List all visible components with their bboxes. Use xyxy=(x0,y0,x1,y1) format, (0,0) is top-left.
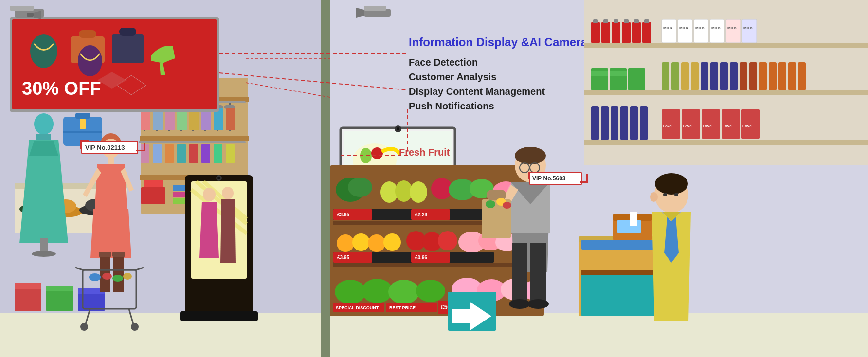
screen-male-body xyxy=(220,199,236,263)
shelf-item-2 xyxy=(141,187,165,204)
milk-label-1: MILK xyxy=(663,26,673,30)
mannequin-head xyxy=(34,113,54,135)
cart-wheel-left xyxy=(80,323,88,331)
vip-r-br-v xyxy=(586,174,588,183)
wine-red-1 xyxy=(740,62,747,90)
shirt-r2-2 xyxy=(153,144,162,163)
shirt-r2-3 xyxy=(165,144,174,163)
cart-item-1 xyxy=(89,273,101,281)
box-red-top xyxy=(15,283,41,289)
mannequin-stand-base xyxy=(32,251,56,257)
milk-3 xyxy=(694,19,708,43)
info-feature-2: Customer Analysis xyxy=(409,71,496,82)
love-label-4: Love xyxy=(723,124,732,128)
suitcase-latch xyxy=(80,119,86,129)
ad-discount-text: 30% OFF xyxy=(22,78,101,99)
info-feature-4: Push Notifications xyxy=(409,101,494,111)
cashier-ear xyxy=(650,192,658,202)
right-floor xyxy=(330,313,868,357)
vip-bracket-br-v xyxy=(144,143,145,151)
cart-item-3 xyxy=(112,275,123,282)
shirt-r2-6 xyxy=(201,144,210,163)
shelf-bottom xyxy=(584,140,868,145)
customer-neck xyxy=(108,157,114,164)
milk-2 xyxy=(678,19,692,43)
suitcase-handle xyxy=(75,113,90,119)
bust-1 xyxy=(30,34,57,68)
vip-text-right: VIP No.5603 xyxy=(532,175,566,182)
best-text: BEST PRICE xyxy=(389,305,416,310)
love-label-3: Love xyxy=(703,124,712,128)
wine-orange-1 xyxy=(759,62,767,90)
beer-2 xyxy=(671,62,679,90)
kiosk-base xyxy=(180,311,258,321)
screen-female-head xyxy=(203,188,216,201)
shirt-r2-4 xyxy=(177,144,186,163)
hanger-rod-2 xyxy=(139,141,246,143)
box-green-top xyxy=(46,286,73,291)
camera-left-body xyxy=(27,13,34,17)
special-text: SPECIAL DISCOUNT xyxy=(336,305,379,310)
boot-top-right xyxy=(112,252,125,257)
info-title: Information Display &AI Camera xyxy=(409,36,587,49)
bag-produce-3 xyxy=(503,202,511,209)
wine-1 xyxy=(701,62,708,90)
cap-r4 xyxy=(624,19,629,23)
orange-1 xyxy=(337,234,354,252)
left-floor xyxy=(0,313,321,357)
bottle-r4 xyxy=(622,22,631,43)
wine-red-2 xyxy=(749,62,757,90)
shirt-r2-8 xyxy=(226,144,235,163)
orange-2 xyxy=(368,234,385,252)
wine-r3-6 xyxy=(640,106,648,140)
customer-leg-right xyxy=(113,253,124,292)
wine-orange-2 xyxy=(769,62,777,90)
cap-r3 xyxy=(614,19,618,23)
shelf-plank-2 xyxy=(140,136,249,141)
cart-item-4 xyxy=(123,273,132,280)
wine-r3-5 xyxy=(630,106,638,140)
cart-item-2 xyxy=(102,273,112,280)
beer-4 xyxy=(691,62,699,90)
price-text-2: £2.28 xyxy=(415,212,427,217)
beer-3 xyxy=(681,62,689,90)
mannequin-stand-pole xyxy=(40,238,48,253)
cap-r1 xyxy=(593,19,598,23)
cap-r5 xyxy=(634,19,639,23)
wine-orange-5 xyxy=(798,62,806,90)
shelf-top xyxy=(584,43,868,48)
milk-1 xyxy=(662,19,676,43)
love-label-1: Love xyxy=(663,124,672,128)
milk-label-5: MILK xyxy=(727,26,737,30)
milk-4 xyxy=(710,19,724,43)
watermelon-2 xyxy=(362,279,393,303)
cart-wheel-right xyxy=(131,323,139,331)
shirt-body-8 xyxy=(226,108,235,130)
apple-red xyxy=(371,147,383,159)
bag-handle xyxy=(79,30,96,38)
cashier-eye-left xyxy=(663,193,667,196)
screen-male-head xyxy=(222,187,234,199)
shirt-r2-7 xyxy=(214,144,222,163)
wine-orange-3 xyxy=(778,62,786,90)
wine-r3-2 xyxy=(601,106,609,140)
wine-4 xyxy=(730,62,738,90)
suitcase-stripe xyxy=(63,131,102,133)
vip-r-tl-v xyxy=(528,172,529,179)
lemon-1 xyxy=(352,233,370,251)
shoe-right xyxy=(527,299,549,309)
bottle-r2 xyxy=(601,22,610,43)
bag-dark xyxy=(112,34,144,63)
register-paper xyxy=(630,212,637,226)
bag-produce-1 xyxy=(486,200,495,208)
male-leg-right xyxy=(530,243,546,302)
vip-bracket-tl-v xyxy=(80,140,82,149)
love-label-5: Love xyxy=(742,124,752,128)
box-green-1 xyxy=(46,289,73,311)
apple-shelf-3 xyxy=(438,231,457,250)
price-text-r2-2: £0.96 xyxy=(415,255,427,260)
watermelon-4 xyxy=(416,280,445,302)
lemon-2 xyxy=(383,233,401,251)
watermelon-3 xyxy=(388,280,419,304)
milk-label-4: MILK xyxy=(711,26,721,30)
